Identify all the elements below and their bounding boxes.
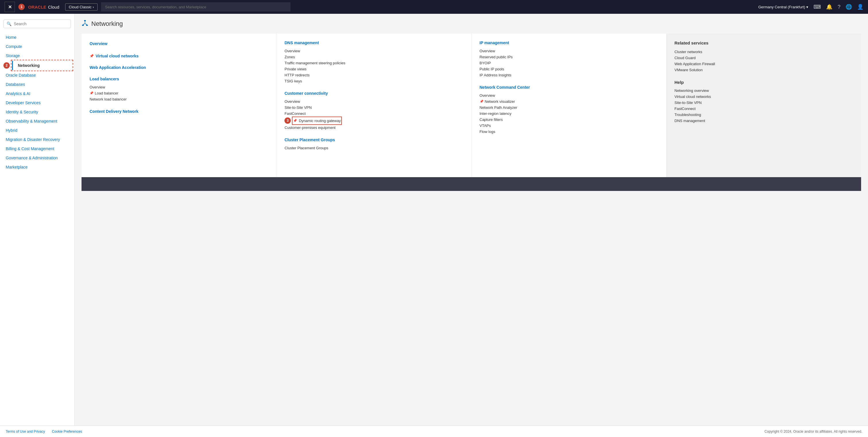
help-dns-link[interactable]: DNS management xyxy=(675,118,853,124)
sidebar-item-oracle-database[interactable]: Oracle Database xyxy=(0,71,74,80)
sidebar-item-networking[interactable]: Networking xyxy=(12,61,72,70)
chevron-down-icon: ▾ xyxy=(806,5,808,9)
inter-region-link[interactable]: Inter-region latency xyxy=(479,111,658,117)
connectivity-overview-link[interactable]: Overview xyxy=(284,98,463,104)
sidebar-item-billing[interactable]: Billing & Cost Management xyxy=(0,144,74,153)
vtaps-link[interactable]: VTAPs xyxy=(479,123,658,129)
flow-logs-link[interactable]: Flow logs xyxy=(479,129,658,135)
cloud-text: Cloud xyxy=(48,5,59,9)
terminal-icon[interactable]: ⌨ xyxy=(813,4,821,10)
pin-icon-drg: 📌 xyxy=(293,119,297,123)
bell-icon[interactable]: 🔔 xyxy=(826,4,832,10)
user-icon[interactable]: 👤 xyxy=(857,4,863,10)
sidebar-item-compute[interactable]: Compute xyxy=(0,42,74,51)
section-cdn: Content Delivery Network xyxy=(90,109,268,114)
drg-row: 3 📌 Dynamic routing gateway xyxy=(284,118,463,124)
waa-title: Web Application Acceleration xyxy=(90,65,268,70)
visualizer-row: 📌 Network visualizer xyxy=(479,98,658,104)
load-balancer-link[interactable]: Load balancer xyxy=(95,90,118,96)
help-troubleshooting-link[interactable]: Troubleshooting xyxy=(675,112,853,118)
dns-private-link[interactable]: Private views xyxy=(284,66,463,72)
footer: Terms of Use and Privacy Cookie Preferen… xyxy=(0,426,868,437)
section-waa: Web Application Acceleration xyxy=(90,65,268,70)
network-visualizer-link[interactable]: Network visualizer xyxy=(485,98,515,104)
section-connectivity: Customer connectivity Overview Site-to-S… xyxy=(284,91,463,131)
cpe-link[interactable]: Customer-premises equipment xyxy=(284,125,463,131)
help-networking-link[interactable]: Networking overview xyxy=(675,88,853,94)
help-vcn-link[interactable]: Virtual cloud networks xyxy=(675,94,853,100)
vmware-link[interactable]: VMware Solution xyxy=(675,67,853,73)
cloud-classic-button[interactable]: Cloud Classic › xyxy=(65,3,98,11)
dns-traffic-link[interactable]: Traffic management steering policies xyxy=(284,60,463,66)
region-selector[interactable]: Germany Central (Frankfurt) ▾ xyxy=(758,5,808,9)
overview-link[interactable]: Overview xyxy=(90,40,268,47)
sidebar-item-observability[interactable]: Observability & Management xyxy=(0,117,74,126)
section-related: Related services Cluster networks Cloud … xyxy=(675,40,853,73)
lb-overview-link[interactable]: Overview xyxy=(90,84,268,90)
reserved-ips-link[interactable]: Reserved public IPs xyxy=(479,54,658,60)
sidebar-item-governance[interactable]: Governance & Administration xyxy=(0,153,74,162)
sidebar-item-storage[interactable]: Storage xyxy=(0,51,74,60)
globe-icon[interactable]: 🌐 xyxy=(846,4,852,10)
path-analyzer-link[interactable]: Network Path Analyzer xyxy=(479,104,658,111)
section-cpg: Cluster Placement Groups Cluster Placeme… xyxy=(284,137,463,151)
ip-overview-link[interactable]: Overview xyxy=(479,48,658,54)
section-ncc: Network Command Center Overview 📌 Networ… xyxy=(479,85,658,135)
help-fastconnect-link[interactable]: FastConnect xyxy=(675,106,853,112)
fastconnect-link[interactable]: FastConnect xyxy=(284,111,463,117)
ncc-title: Network Command Center xyxy=(479,85,658,90)
section-dns: DNS management Overview Zones Traffic ma… xyxy=(284,40,463,84)
public-ip-pools-link[interactable]: Public IP pools xyxy=(479,66,658,72)
sidebar-item-label: Oracle Database xyxy=(6,73,36,77)
sidebar-item-label: Analytics & AI xyxy=(6,91,30,96)
dns-http-link[interactable]: HTTP redirects xyxy=(284,72,463,78)
sidebar-item-identity-security[interactable]: Identity & Security xyxy=(0,107,74,117)
cloud-guard-link[interactable]: Cloud Guard xyxy=(675,55,853,61)
sidebar-item-hybrid[interactable]: Hybrid xyxy=(0,126,74,135)
step3-badge: 3 xyxy=(284,118,291,124)
sidebar-item-analytics-ai[interactable]: Analytics & AI xyxy=(0,89,74,98)
close-button[interactable]: ✕ xyxy=(5,2,15,12)
help-icon[interactable]: ? xyxy=(838,4,840,10)
sidebar-item-label: Observability & Management xyxy=(6,119,57,123)
sidebar-item-home[interactable]: Home xyxy=(0,33,74,42)
dns-overview-link[interactable]: Overview xyxy=(284,48,463,54)
sidebar-item-label: Developer Services xyxy=(6,100,40,105)
copyright-text: Copyright © 2024, Oracle and/or its affi… xyxy=(764,430,862,434)
step1-badge-wrapper: 1 xyxy=(19,4,25,10)
dns-zones-link[interactable]: Zones xyxy=(284,54,463,60)
sidebar-search-box[interactable]: 🔍 xyxy=(3,20,71,28)
sidebar-item-marketplace[interactable]: Marketplace xyxy=(0,162,74,172)
cookie-link[interactable]: Cookie Preferences xyxy=(52,430,82,434)
cluster-networks-link[interactable]: Cluster networks xyxy=(675,49,853,55)
sidebar-item-developer-services[interactable]: Developer Services xyxy=(0,98,74,107)
page-title-text: Networking xyxy=(91,20,123,28)
sidebar-item-migration[interactable]: Migration & Disaster Recovery xyxy=(0,135,74,144)
waf-link[interactable]: Web Application Firewall xyxy=(675,61,853,67)
svg-line-5 xyxy=(85,24,87,25)
site-to-site-link[interactable]: Site-to-Site VPN xyxy=(284,104,463,111)
sidebar-item-label: Storage xyxy=(6,54,20,58)
vcn-title: 📌 Virtual cloud networks xyxy=(90,54,268,58)
dns-title: DNS management xyxy=(284,40,463,45)
drg-link[interactable]: 📌 Dynamic routing gateway xyxy=(293,118,341,124)
section-help: Help Networking overview Virtual cloud n… xyxy=(675,80,853,124)
pin-icon-lb: 📌 xyxy=(90,91,94,95)
nav-right: Germany Central (Frankfurt) ▾ ⌨ 🔔 ? 🌐 👤 xyxy=(758,4,863,10)
ncc-overview-link[interactable]: Overview xyxy=(479,92,658,98)
byoip-link[interactable]: BYOIP xyxy=(479,60,658,66)
sidebar-search-input[interactable] xyxy=(14,22,68,26)
global-search-input[interactable] xyxy=(101,2,290,11)
network-lb-link[interactable]: Network load balancer xyxy=(90,96,268,102)
help-vpn-link[interactable]: Site-to-Site VPN xyxy=(675,100,853,106)
sidebar-item-label: Networking xyxy=(18,63,40,68)
sidebar-item-label: Compute xyxy=(6,44,22,49)
capture-filters-link[interactable]: Capture filters xyxy=(479,117,658,123)
sidebar-item-databases[interactable]: Databases xyxy=(0,80,74,89)
ip-insights-link[interactable]: IP Address Insights xyxy=(479,72,658,78)
terms-link[interactable]: Terms of Use and Privacy xyxy=(6,430,45,434)
dns-tsig-link[interactable]: TSIG keys xyxy=(284,78,463,84)
cpg-link[interactable]: Cluster Placement Groups xyxy=(284,145,463,151)
sidebar-item-label: Marketplace xyxy=(6,165,28,169)
main-layout: 🔍 Home Compute Storage 2 Networking Orac… xyxy=(0,14,868,426)
